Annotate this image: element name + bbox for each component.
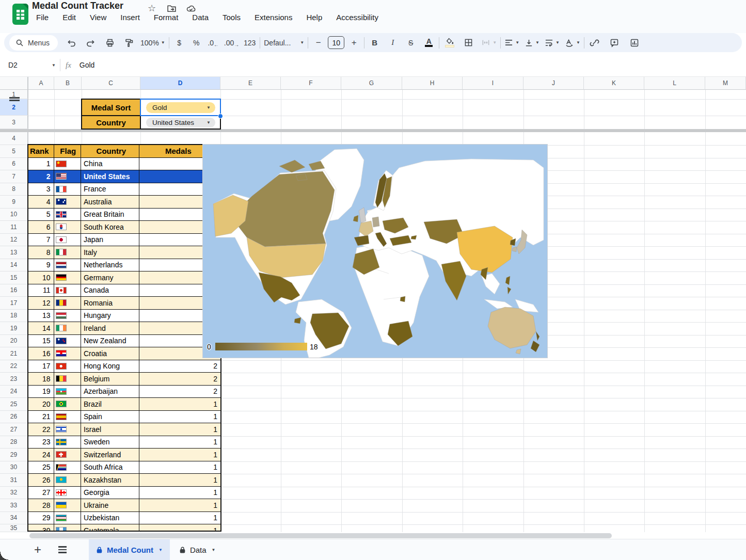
sheet-grid[interactable]: ABCDEFGHIJKLM 12345678910111213141516171… (0, 77, 746, 532)
medals-cell[interactable]: 1 (139, 499, 220, 512)
flag-cell[interactable] (54, 436, 81, 449)
rank-cell[interactable]: 1 (28, 158, 54, 171)
country-cell[interactable]: Ireland (81, 322, 139, 335)
row-header-23[interactable]: 23 (0, 373, 28, 386)
row-header-12[interactable]: 12 (0, 234, 28, 247)
rank-cell[interactable]: 18 (28, 373, 54, 386)
country-cell[interactable]: United States (81, 170, 139, 183)
country-cell[interactable]: Italy (81, 246, 139, 259)
row-header-3[interactable]: 3 (0, 116, 28, 129)
select-all-corner[interactable] (0, 77, 28, 90)
flag-cell[interactable] (54, 310, 81, 323)
menu-extensions[interactable]: Extensions (255, 13, 292, 22)
country-cell[interactable]: Japan (81, 234, 139, 247)
rank-cell[interactable]: 28 (28, 499, 54, 512)
menu-help[interactable]: Help (306, 13, 322, 22)
country-cell[interactable]: Ukraine (81, 499, 139, 512)
flag-cell[interactable] (54, 158, 81, 171)
fill-color-button[interactable] (443, 36, 456, 50)
row-header-20[interactable]: 20 (0, 335, 28, 348)
menu-accessibility[interactable]: Accessibility (336, 13, 378, 22)
medals-cell[interactable]: 2 (139, 373, 220, 386)
collapsed-rows-indicator[interactable] (9, 97, 20, 99)
row-header-5[interactable]: 5 (0, 145, 28, 158)
rank-cell[interactable]: 13 (28, 310, 54, 323)
flag-cell[interactable] (54, 512, 81, 525)
row-header-6[interactable]: 6 (0, 158, 28, 171)
flag-cell[interactable] (54, 347, 81, 360)
column-header-F[interactable]: F (281, 77, 341, 90)
rank-cell[interactable]: 5 (28, 209, 54, 221)
insert-link-button[interactable] (588, 36, 601, 50)
rank-cell[interactable]: 4 (28, 196, 54, 209)
text-wrap-button[interactable]: ▼ (545, 36, 560, 50)
tab-menu-caret-icon[interactable]: ▼ (212, 548, 216, 552)
country-dropdown[interactable]: United States▼ (146, 118, 215, 127)
row-header-19[interactable]: 19 (0, 322, 28, 335)
rank-cell[interactable]: 2 (28, 170, 54, 183)
flag-cell[interactable] (54, 487, 81, 500)
column-header-C[interactable]: C (82, 77, 140, 90)
row-header-33[interactable]: 33 (0, 499, 28, 512)
flag-cell[interactable] (54, 170, 81, 183)
menu-data[interactable]: Data (192, 13, 209, 22)
italic-button[interactable]: I (386, 36, 399, 50)
decrease-decimal-button[interactable]: .0← (207, 36, 220, 50)
medals-cell[interactable]: 1 (139, 512, 220, 525)
format-currency-button[interactable]: $ (173, 36, 186, 50)
row-header-32[interactable]: 32 (0, 487, 28, 500)
country-cell[interactable]: Canada (81, 284, 139, 297)
row-header-11[interactable]: 11 (0, 221, 28, 234)
horizontal-align-button[interactable]: ▼ (504, 36, 519, 50)
rank-cell[interactable]: 29 (28, 512, 54, 525)
flag-cell[interactable] (54, 461, 81, 474)
paint-format-button[interactable] (122, 36, 135, 50)
rank-cell[interactable]: 15 (28, 335, 54, 348)
medals-cell[interactable]: 1 (139, 461, 220, 474)
country-cell[interactable]: Hungary (81, 310, 139, 323)
medal-sort-label-cell[interactable]: Medal Sort (82, 99, 140, 116)
flag-cell[interactable] (54, 183, 81, 196)
borders-button[interactable] (462, 36, 475, 50)
flag-cell[interactable] (54, 297, 81, 310)
row-header-24[interactable]: 24 (0, 386, 28, 398)
rank-cell[interactable]: 25 (28, 461, 54, 474)
flag-cell[interactable] (54, 209, 81, 221)
row-header-21[interactable]: 21 (0, 347, 28, 360)
insert-chart-button[interactable] (628, 36, 641, 50)
flag-cell[interactable] (54, 322, 81, 335)
rank-cell[interactable]: 20 (28, 398, 54, 411)
country-cell[interactable]: Croatia (81, 347, 139, 360)
medals-cell[interactable]: 2 (139, 360, 220, 373)
move-folder-icon[interactable] (166, 3, 177, 13)
medals-cell[interactable]: 1 (139, 474, 220, 487)
medals-cell[interactable]: 2 (139, 386, 220, 398)
country-cell[interactable]: Kazakhstan (81, 474, 139, 487)
row-header-35[interactable]: 35 (0, 524, 28, 532)
collapsed-rows-indicator[interactable] (9, 100, 20, 101)
redo-button[interactable] (84, 36, 97, 50)
formula-input[interactable]: Gold (80, 61, 95, 69)
flag-cell[interactable] (54, 246, 81, 259)
column-header-K[interactable]: K (584, 77, 644, 90)
geo-chart[interactable]: 0 18 (202, 144, 548, 358)
flag-cell[interactable] (54, 411, 81, 424)
medals-cell[interactable]: 1 (139, 449, 220, 461)
row-header-22[interactable]: 22 (0, 360, 28, 373)
column-header-L[interactable]: L (644, 77, 705, 90)
column-header-M[interactable]: M (705, 77, 746, 90)
menu-format[interactable]: Format (154, 13, 179, 22)
rank-cell[interactable]: 21 (28, 411, 54, 424)
row-header-17[interactable]: 17 (0, 297, 28, 310)
column-header-J[interactable]: J (523, 77, 584, 90)
row-header-28[interactable]: 28 (0, 436, 28, 449)
country-label-cell[interactable]: Country (82, 116, 140, 129)
table-header-rank[interactable]: Rank (28, 145, 54, 158)
menu-file[interactable]: File (36, 13, 49, 22)
rank-cell[interactable]: 27 (28, 487, 54, 500)
row-header-29[interactable]: 29 (0, 449, 28, 461)
country-cell[interactable]: Australia (81, 196, 139, 209)
document-title[interactable]: Medal Count Tracker (32, 1, 123, 11)
menu-tools[interactable]: Tools (223, 13, 241, 22)
flag-cell[interactable] (54, 386, 81, 398)
